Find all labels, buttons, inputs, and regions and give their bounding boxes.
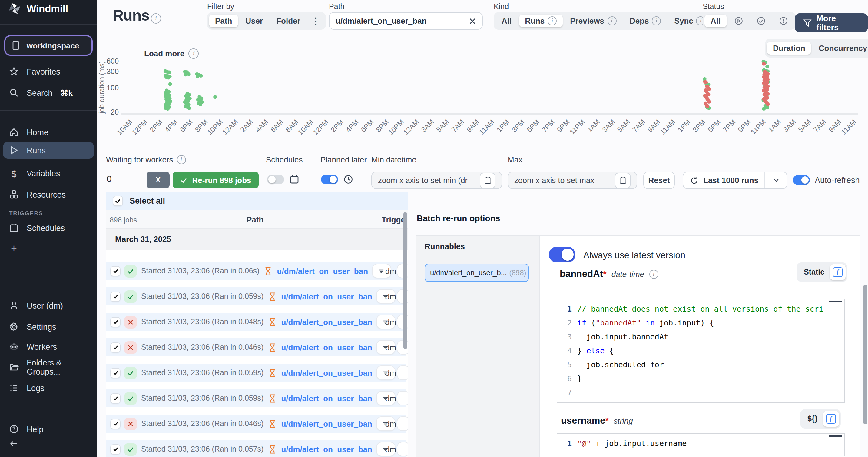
table-row[interactable]: Started 31/03, 23:06 (Ran in 0.059s) u/d…: [106, 364, 406, 382]
sidebar-item-folders[interactable]: Folders & Groups...: [0, 359, 97, 376]
username-javascript-toggle[interactable]: f: [823, 411, 839, 427]
run-path-link[interactable]: u/dm/alert_on_user_ban: [281, 394, 372, 403]
sidebar-item-schedules[interactable]: Schedules: [0, 220, 97, 236]
status-badge: [124, 264, 137, 277]
sidebar-item-variables[interactable]: $ Variables: [0, 165, 97, 182]
username-mode-label[interactable]: ${}: [802, 415, 823, 423]
editor-hscroll[interactable]: [829, 435, 842, 437]
runs-window-button[interactable]: Last 1000 runs: [683, 172, 765, 189]
sidebar-add-button[interactable]: +: [0, 240, 97, 257]
code-text: // bannedAt does not exist on all versio…: [577, 302, 824, 316]
bannedAt-mode-label[interactable]: Static: [798, 268, 830, 276]
run-path-link[interactable]: u/dm/alert_on_user_ban: [281, 368, 372, 377]
run-path-link[interactable]: u/dm/alert_on_user_ban: [277, 266, 368, 276]
row-checkbox[interactable]: [111, 343, 120, 352]
kind-tab-deps[interactable]: Depsi: [624, 15, 667, 27]
sidebar-item-label: Schedules: [27, 223, 65, 232]
brand-name: Windmill: [27, 3, 68, 14]
kind-tab-previews[interactable]: Previewsi: [564, 15, 622, 27]
planned-later-toggle[interactable]: [321, 175, 338, 184]
sidebar-item-favorites[interactable]: Favorites: [0, 63, 97, 80]
min-datetime-input[interactable]: zoom x axis to set min (dr: [371, 172, 502, 189]
max-datetime-calendar-icon[interactable]: [615, 172, 630, 188]
table-row[interactable]: Started 31/03, 23:06 (Ran in 0.046s) u/d…: [106, 415, 406, 433]
sidebar-item-runs[interactable]: Runs: [3, 142, 94, 159]
run-path-link[interactable]: u/dm/alert_on_user_ban: [281, 343, 372, 352]
path-filter-input[interactable]: u/dm/alert_on_user_ban: [329, 12, 483, 30]
row-action-cut[interactable]: [397, 417, 408, 430]
row-checkbox[interactable]: [111, 445, 120, 454]
row-checkbox[interactable]: [111, 394, 120, 403]
kind-tab-all[interactable]: All: [495, 15, 518, 27]
filter-by-tab-user[interactable]: User: [239, 15, 269, 27]
title-info-icon[interactable]: i: [151, 13, 161, 24]
table-row[interactable]: Started 31/03, 23:06 (Ran in 0.048s) u/d…: [106, 313, 406, 331]
table-row[interactable]: Started 31/03, 23:06 (Ran in 0.059s) u/d…: [106, 389, 406, 407]
runs-window-dropdown[interactable]: [765, 172, 787, 189]
reset-button[interactable]: Reset: [643, 172, 675, 189]
table-scrollbar[interactable]: [403, 212, 407, 349]
row-action-cut[interactable]: [397, 442, 408, 456]
run-path-link[interactable]: u/dm/alert_on_user_ban: [281, 445, 372, 454]
sidebar-item-search[interactable]: Search ⌘k: [0, 84, 97, 101]
filter-by-tab-folder[interactable]: Folder: [270, 15, 306, 27]
code-text: if ("bannedAt" in job.input) {: [577, 316, 714, 330]
sidebar-item-resources[interactable]: Resources: [0, 186, 97, 203]
sidebar-item-logs[interactable]: Logs: [0, 379, 97, 396]
auto-refresh-toggle[interactable]: [793, 175, 810, 185]
run-path-link[interactable]: u/dm/alert_on_user_ban: [281, 317, 372, 326]
duration-scatter-chart[interactable]: job duration (ms)6003001002010AM12PM2PM4…: [97, 47, 868, 143]
sidebar-item-workers[interactable]: Workers: [0, 338, 97, 355]
run-started-text: Started 31/03, 23:06 (Ran in 0.048s): [141, 318, 264, 326]
rerun-jobs-button[interactable]: Re-run 898 jobs: [173, 172, 259, 189]
row-checkbox[interactable]: [111, 317, 120, 326]
row-checkbox[interactable]: [111, 266, 120, 276]
select-all-checkbox[interactable]: [113, 196, 122, 205]
page-scrollbar[interactable]: [863, 285, 867, 424]
svg-text:3AM: 3AM: [420, 118, 435, 134]
sidebar-item-home[interactable]: Home: [0, 124, 97, 141]
run-path-link[interactable]: u/dm/alert_on_user_ban: [281, 292, 372, 301]
kind-tab-runs[interactable]: Runsi: [519, 15, 563, 27]
divider: [0, 24, 97, 25]
workspace-selector[interactable]: workingspace: [4, 35, 93, 56]
table-row[interactable]: Started 31/03, 23:06 (Ran in 0.057s) u/d…: [106, 440, 406, 457]
bannedAt-code-editor[interactable]: 1// bannedAt does not exist on all versi…: [557, 299, 845, 403]
sidebar-item-settings[interactable]: Settings: [0, 318, 97, 335]
row-action-cut[interactable]: [397, 392, 408, 405]
runnable-item[interactable]: u/dm/alert_on_user_b... (898): [425, 264, 529, 282]
status-tab-success[interactable]: [750, 15, 771, 27]
line-number: 3: [557, 330, 577, 344]
table-row[interactable]: Started 31/03, 23:06 (Ran in 0.046s) u/d…: [106, 338, 406, 356]
row-checkbox[interactable]: [111, 419, 120, 428]
brand[interactable]: Windmill: [0, 0, 97, 17]
bannedAt-javascript-toggle[interactable]: f: [830, 264, 845, 280]
table-row[interactable]: Started 31/03, 23:06 (Ran in 0.059s) u/d…: [106, 287, 406, 306]
sidebar-item-user[interactable]: User (dm): [0, 297, 97, 314]
username-code-editor[interactable]: 1"@" + job.input.username: [557, 433, 845, 456]
sidebar-collapse-button[interactable]: [0, 435, 97, 452]
filter-by-tab-path[interactable]: Path: [209, 15, 238, 27]
row-checkbox[interactable]: [111, 368, 120, 377]
status-tab-failure[interactable]: [773, 15, 794, 27]
info-icon: i: [607, 17, 616, 25]
schedules-toggle[interactable]: [267, 175, 284, 184]
run-path-link[interactable]: u/dm/alert_on_user_ban: [281, 419, 372, 428]
cancel-selection-button[interactable]: X: [147, 172, 169, 189]
clear-path-icon[interactable]: [469, 17, 476, 25]
more-filters-button[interactable]: More filters: [795, 13, 868, 32]
cubes-icon: [9, 190, 19, 199]
status-tab-running[interactable]: [728, 15, 749, 27]
filter-by-menu-button[interactable]: ⋮: [308, 13, 324, 28]
table-row[interactable]: Started 31/03, 23:06 (Ran in 0.06s) u/dm…: [106, 262, 406, 280]
select-all-bar: Select all: [106, 192, 408, 210]
row-checkbox[interactable]: [111, 292, 120, 301]
min-datetime-calendar-icon[interactable]: [480, 172, 495, 188]
row-action-cut[interactable]: [397, 366, 408, 379]
field-info-icon[interactable]: i: [649, 269, 658, 279]
max-datetime-input[interactable]: zoom x axis to set max: [507, 172, 637, 189]
editor-hscroll[interactable]: [829, 301, 842, 303]
always-latest-toggle[interactable]: [549, 247, 576, 262]
status-tab-all[interactable]: All: [705, 15, 726, 27]
success-check-icon: [127, 267, 134, 275]
